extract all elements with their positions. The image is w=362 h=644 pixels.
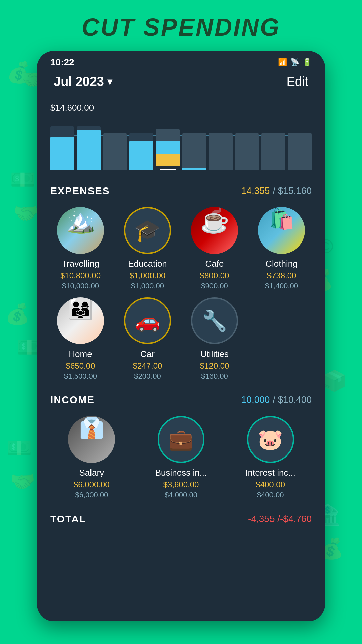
cafe-icon-wrap: ☕ — [191, 207, 238, 254]
status-bar: 10:22 📶 📡 🔋 — [37, 51, 325, 71]
income-title: INCOME — [50, 394, 95, 406]
interest-label: Interest inc... — [245, 468, 295, 478]
chart-top-label: $14,600.00 — [50, 103, 312, 113]
signal-icon: 📡 — [290, 58, 299, 67]
interest-amount: $400.00 — [256, 480, 285, 489]
travelling-budget: $10,000.00 — [62, 282, 99, 290]
education-icon: 🎓 — [134, 218, 161, 243]
chart-area: $14,600.00 — [37, 96, 325, 173]
chart-bar-10[interactable] — [288, 116, 312, 170]
utilities-budget: $160.00 — [201, 372, 228, 381]
chart-bar-5-active[interactable] — [156, 116, 180, 170]
nav-bar: Jul 2023 ▾ Edit — [37, 71, 325, 96]
income-budget: $10,400 — [278, 394, 312, 405]
month-selector[interactable]: Jul 2023 ▾ — [54, 74, 112, 89]
home-icon-wrap: 👨‍👩‍👧 — [57, 297, 104, 344]
battery-icon: 🔋 — [303, 58, 312, 67]
salary-icon: 👔 — [79, 417, 104, 439]
car-icon: 🚗 — [135, 309, 160, 333]
travelling-label: Travelling — [62, 259, 99, 269]
expenses-title: EXPENSES — [50, 185, 110, 197]
salary-label: Salary — [79, 468, 104, 478]
education-spent: $1,000.00 — [130, 271, 166, 280]
salary-budget: $6,000.00 — [75, 491, 108, 499]
expenses-separator: / — [273, 185, 278, 196]
utilities-label: Utilities — [200, 349, 229, 359]
education-budget: $1,000.00 — [131, 282, 164, 290]
category-education[interactable]: 🎓 Education $1,000.00 $1,000.00 — [117, 207, 178, 290]
utilities-icon: 🔧 — [202, 309, 227, 333]
cafe-spent: $800.00 — [200, 271, 229, 280]
active-indicator — [160, 169, 176, 170]
category-utilities[interactable]: 🔧 Utilities $120.00 $160.00 — [184, 297, 245, 381]
chart-bar-3[interactable] — [103, 116, 127, 170]
interest-budget: $400.00 — [257, 491, 284, 499]
category-clothing[interactable]: 🛍️ Clothing $738.00 $1,400.00 — [251, 207, 312, 290]
clothing-icon-wrap: 🛍️ — [258, 207, 305, 254]
total-budget: /-$4,760 — [277, 514, 312, 524]
status-time: 10:22 — [50, 57, 74, 68]
car-spent: $247.00 — [133, 361, 162, 371]
expenses-current: 14,355 — [241, 185, 270, 196]
interest-icon: 🐷 — [258, 428, 283, 451]
expenses-grid-row1: 🏔️ Travelling $10,800.00 $10,000.00 🎓 Ed… — [50, 207, 312, 290]
chevron-down-icon: ▾ — [107, 76, 112, 87]
income-grid: 👔 Salary $6,000.00 $6,000.00 💼 Business … — [50, 416, 312, 499]
travelling-icon: 🏔️ — [66, 208, 95, 234]
chart-bar-1[interactable] — [50, 116, 74, 170]
travelling-icon-wrap: 🏔️ — [57, 207, 104, 254]
clothing-icon: 🛍️ — [269, 208, 294, 230]
cafe-icon: ☕ — [200, 208, 229, 234]
phone-frame: 10:22 📶 📡 🔋 Jul 2023 ▾ Edit $14,600.00 — [37, 51, 325, 621]
wifi-icon: 📶 — [278, 58, 287, 67]
chart-bar-4[interactable] — [129, 116, 153, 170]
chart-bar-7[interactable] — [209, 116, 233, 170]
travelling-spent: $10,800.00 — [60, 271, 101, 280]
status-icons: 📶 📡 🔋 — [278, 58, 312, 67]
expenses-grid-row2: 👨‍👩‍👧 Home $650.00 $1,500.00 🚗 Car $247.… — [50, 297, 312, 381]
category-cafe[interactable]: ☕ Cafe $800.00 $900.00 — [184, 207, 245, 290]
income-amounts: 10,000 / $10,400 — [241, 394, 312, 405]
car-icon-wrap: 🚗 — [124, 297, 171, 344]
business-icon: 💼 — [168, 428, 193, 451]
chart-bar-6[interactable] — [182, 116, 206, 170]
car-budget: $200.00 — [134, 372, 161, 381]
salary-amount: $6,000.00 — [74, 480, 110, 489]
app-title: CUT SPENDING — [0, 13, 362, 41]
clothing-budget: $1,400.00 — [265, 282, 298, 290]
income-header: INCOME 10,000 / $10,400 — [50, 389, 312, 409]
category-home[interactable]: 👨‍👩‍👧 Home $650.00 $1,500.00 — [50, 297, 111, 381]
total-amounts: -4,355 /-$4,760 — [248, 514, 312, 524]
clothing-label: Clothing — [265, 259, 297, 269]
content-area: EXPENSES 14,355 / $15,160 🏔️ Travelling … — [37, 173, 325, 538]
category-interest[interactable]: 🐷 Interest inc... $400.00 $400.00 — [229, 416, 312, 499]
education-label: Education — [128, 259, 167, 269]
chart-bars — [50, 116, 312, 170]
home-budget: $1,500.00 — [64, 372, 97, 381]
category-salary[interactable]: 👔 Salary $6,000.00 $6,000.00 — [50, 416, 133, 499]
expenses-budget: $15,160 — [278, 185, 312, 196]
chart-bar-9[interactable] — [261, 116, 285, 170]
edit-button[interactable]: Edit — [287, 74, 308, 89]
cafe-budget: $900.00 — [201, 282, 228, 290]
home-label: Home — [69, 349, 92, 359]
home-spent: $650.00 — [66, 361, 95, 371]
cafe-label: Cafe — [205, 259, 224, 269]
app-header: CUT SPENDING — [0, 0, 362, 51]
total-bar: TOTAL -4,355 /-$4,760 — [50, 506, 312, 531]
category-business[interactable]: 💼 Business in... $3,600.00 $4,000.00 — [140, 416, 223, 499]
business-label: Business in... — [155, 468, 207, 478]
income-current: 10,000 — [241, 394, 270, 405]
category-travelling[interactable]: 🏔️ Travelling $10,800.00 $10,000.00 — [50, 207, 111, 290]
expenses-header: EXPENSES 14,355 / $15,160 — [50, 180, 312, 200]
income-separator: / — [273, 394, 278, 405]
clothing-spent: $738.00 — [267, 271, 296, 280]
business-icon-wrap: 💼 — [158, 416, 204, 463]
chart-bar-2[interactable] — [77, 116, 101, 170]
month-label: Jul 2023 — [54, 74, 104, 89]
total-current: -4,355 — [248, 514, 275, 524]
utilities-icon-wrap: 🔧 — [191, 297, 238, 344]
category-car[interactable]: 🚗 Car $247.00 $200.00 — [117, 297, 178, 381]
car-label: Car — [140, 349, 155, 359]
chart-bar-8[interactable] — [235, 116, 259, 170]
